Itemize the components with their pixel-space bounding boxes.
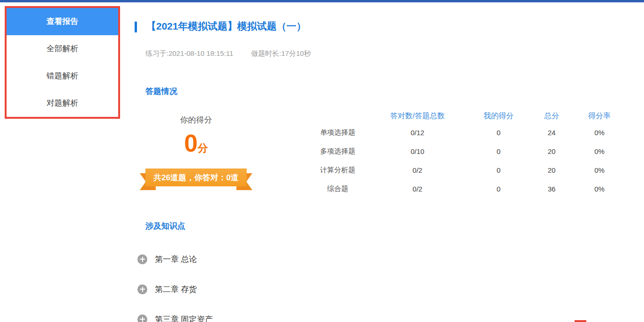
answers-section-heading: 答题情况: [145, 86, 177, 97]
sidebar-item-wrong-analysis[interactable]: 错题解析: [7, 62, 118, 90]
top-accent-bar: [0, 0, 644, 2]
row-correct-total: 0/2: [375, 185, 460, 193]
row-rate: 0%: [566, 147, 633, 155]
row-my-score: 0: [460, 185, 538, 193]
row-label: 计算分析题: [300, 166, 375, 175]
row-label: 多项选择题: [300, 147, 375, 156]
table-row: 多项选择题 0/10 0 20 0%: [300, 142, 634, 161]
score-table: 答对数/答题总数 我的得分 总分 得分率 单项选择题 0/12 0 24 0% …: [300, 109, 634, 198]
knowledge-section-heading: 涉及知识点: [145, 221, 185, 231]
annotation-fragment: [575, 320, 586, 322]
row-my-score: 0: [460, 147, 538, 155]
row-my-score: 0: [460, 129, 538, 137]
score-ribbon: 共26道题，你答对：0道: [140, 166, 252, 190]
table-header-row: 答对数/答题总数 我的得分 总分 得分率: [300, 109, 634, 123]
score-label: 你的得分: [140, 115, 252, 125]
row-rate: 0%: [566, 166, 633, 174]
table-row: 综合题 0/2 0 36 0%: [300, 179, 634, 198]
knowledge-list: 第一章 总论 第二章 存货 第三章 固定资产: [137, 254, 213, 322]
report-sidebar: 查看报告 全部解析 错题解析 对题解析: [5, 6, 120, 119]
expand-plus-icon[interactable]: [137, 254, 147, 264]
row-rate: 0%: [566, 129, 633, 137]
sidebar-item-all-analysis[interactable]: 全部解析: [7, 35, 118, 62]
row-total: 20: [538, 166, 566, 174]
list-item: 第三章 固定资产: [137, 314, 213, 322]
table-row: 计算分析题 0/2 0 20 0%: [300, 161, 634, 179]
table-row: 单项选择题 0/12 0 24 0%: [300, 123, 634, 142]
score-panel: 你的得分 0分 共26道题，你答对：0道: [140, 115, 252, 190]
sidebar-item-correct-analysis[interactable]: 对题解析: [7, 90, 118, 117]
row-correct-total: 0/2: [375, 166, 460, 174]
col-header-my-score: 我的得分: [460, 111, 538, 121]
expand-plus-icon[interactable]: [137, 314, 147, 322]
duration: 做题时长:17分10秒: [251, 49, 311, 57]
row-total: 24: [538, 129, 566, 137]
sidebar-item-view-report[interactable]: 查看报告: [7, 8, 118, 35]
row-total: 36: [538, 185, 566, 193]
col-header-correct-total: 答对数/答题总数: [375, 111, 460, 121]
title-accent-bar: [135, 22, 137, 32]
ribbon-summary-text: 共26道题，你答对：0道: [145, 169, 247, 186]
score-unit: 分: [197, 142, 208, 154]
list-item: 第一章 总论: [137, 254, 213, 264]
practice-time: 练习于:2021-08-10 18:15:11: [145, 49, 233, 57]
row-correct-total: 0/10: [375, 147, 460, 155]
chapter-label: 第一章 总论: [155, 254, 197, 265]
row-total: 20: [538, 147, 566, 155]
exam-meta: 练习于:2021-08-10 18:15:11做题时长:17分10秒: [145, 49, 311, 58]
row-correct-total: 0/12: [375, 129, 460, 137]
expand-plus-icon[interactable]: [137, 284, 147, 294]
row-rate: 0%: [566, 185, 633, 193]
row-my-score: 0: [460, 166, 538, 174]
score-value: 0分: [140, 131, 252, 155]
col-header-rate: 得分率: [566, 111, 633, 121]
row-label: 综合题: [300, 184, 375, 193]
chapter-label: 第三章 固定资产: [155, 314, 213, 322]
score-number: 0: [184, 130, 198, 157]
page-title: 【2021年模拟试题】模拟试题（一）: [146, 20, 306, 33]
list-item: 第二章 存货: [137, 284, 213, 294]
chapter-label: 第二章 存货: [155, 284, 197, 295]
col-header-total: 总分: [538, 111, 566, 121]
row-label: 单项选择题: [300, 128, 375, 137]
